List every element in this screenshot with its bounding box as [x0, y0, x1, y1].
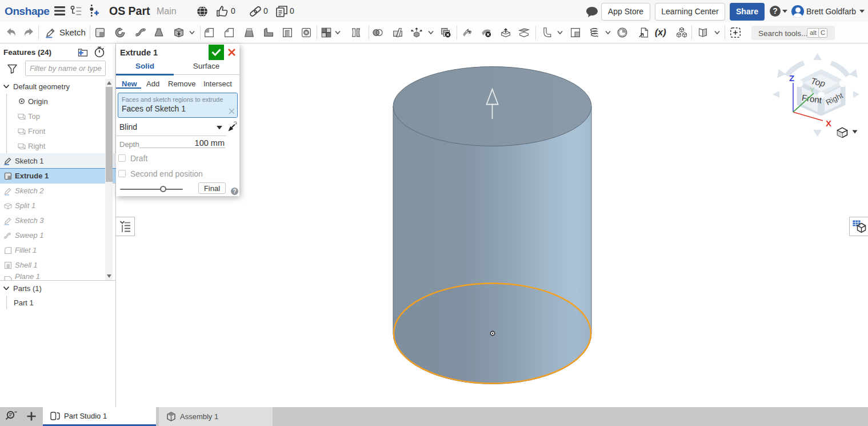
svg-text:Z: Z [789, 73, 794, 83]
svg-text:X: X [826, 118, 831, 128]
svg-text:Y: Y [810, 86, 815, 94]
